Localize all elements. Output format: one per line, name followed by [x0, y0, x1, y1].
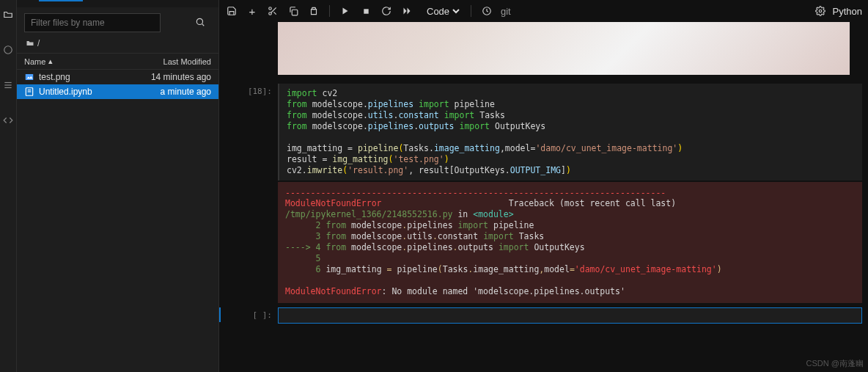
code-icon[interactable]	[2, 114, 14, 126]
toc-icon[interactable]	[2, 79, 14, 91]
file-modified: 14 minutes ago	[151, 72, 211, 82]
file-row[interactable]: test.png 14 minutes ago	[17, 70, 218, 84]
separator	[471, 5, 471, 17]
restart-button[interactable]	[380, 4, 393, 18]
vcs-label[interactable]: git	[501, 6, 511, 17]
svg-marker-20	[408, 8, 411, 15]
active-cell-indicator	[219, 307, 221, 322]
notebook-file-icon	[24, 87, 34, 97]
error-output: ----------------------------------------…	[278, 182, 862, 303]
search-icon	[195, 17, 205, 27]
svg-point-11	[269, 7, 272, 10]
notebook-toolbar: + Code git Python	[219, 0, 868, 22]
folder-icon	[26, 39, 34, 48]
svg-point-12	[269, 12, 272, 15]
file-list: test.png 14 minutes ago Untitled.ipynb a…	[17, 70, 218, 372]
sidebar-tab-strip	[17, 0, 218, 7]
kernel-name[interactable]: Python	[833, 6, 862, 17]
svg-point-0	[4, 46, 12, 54]
stop-button[interactable]	[359, 4, 372, 18]
cell-prompt: [ ]:	[253, 310, 273, 320]
file-modified: a minute ago	[161, 87, 211, 97]
output-image	[278, 22, 850, 75]
cut-button[interactable]	[266, 4, 279, 18]
col-name[interactable]: Name	[24, 57, 45, 66]
activity-bar	[0, 0, 17, 372]
file-name: Untitled.ipynb	[39, 87, 92, 97]
separator	[329, 5, 330, 17]
svg-rect-6	[26, 74, 34, 80]
notebook-body: [18]: import cv2 from modelscope.pipelin…	[219, 22, 868, 372]
filter-input[interactable]	[24, 13, 161, 32]
svg-rect-15	[292, 10, 298, 15]
run-button[interactable]	[339, 4, 352, 18]
gear-icon[interactable]	[814, 4, 827, 18]
file-list-header: Name ▴ Last Modified	[17, 53, 218, 70]
svg-line-14	[273, 12, 276, 14]
svg-marker-17	[343, 8, 348, 15]
code-input[interactable]: import cv2 from modelscope.pipelines imp…	[278, 84, 862, 180]
image-file-icon	[24, 72, 34, 82]
code-cell[interactable]: [ ]:	[234, 307, 868, 324]
insert-cell-button[interactable]: +	[246, 4, 259, 18]
breadcrumb-path: /	[37, 38, 40, 48]
svg-line-5	[202, 24, 205, 26]
svg-point-22	[819, 10, 822, 12]
file-sidebar: / Name ▴ Last Modified test.png 14 minut…	[17, 0, 219, 372]
copy-button[interactable]	[287, 4, 300, 18]
svg-point-4	[196, 18, 202, 24]
run-all-button[interactable]	[400, 4, 413, 18]
svg-marker-19	[404, 8, 407, 15]
code-input[interactable]	[278, 307, 862, 324]
svg-rect-18	[364, 9, 368, 13]
running-icon[interactable]	[2, 44, 14, 56]
watermark: CSDN @南蓬幽	[806, 358, 864, 369]
clock-icon[interactable]	[480, 4, 493, 18]
save-button[interactable]	[225, 4, 238, 18]
file-row[interactable]: Untitled.ipynb a minute ago	[17, 84, 218, 99]
file-name: test.png	[39, 72, 70, 82]
active-tab-indicator	[39, 0, 83, 1]
cell-type-select[interactable]: Code	[424, 5, 462, 18]
col-modified[interactable]: Last Modified	[163, 57, 211, 66]
code-cell[interactable]: [18]: import cv2 from modelscope.pipelin…	[234, 84, 868, 303]
sort-caret-icon: ▴	[48, 56, 53, 66]
cell-prompt: [18]:	[234, 84, 278, 303]
folder-icon[interactable]	[2, 9, 14, 21]
breadcrumb[interactable]: /	[17, 38, 218, 53]
paste-button[interactable]	[307, 4, 320, 18]
main-panel: + Code git Python [18]: impo	[219, 0, 868, 372]
